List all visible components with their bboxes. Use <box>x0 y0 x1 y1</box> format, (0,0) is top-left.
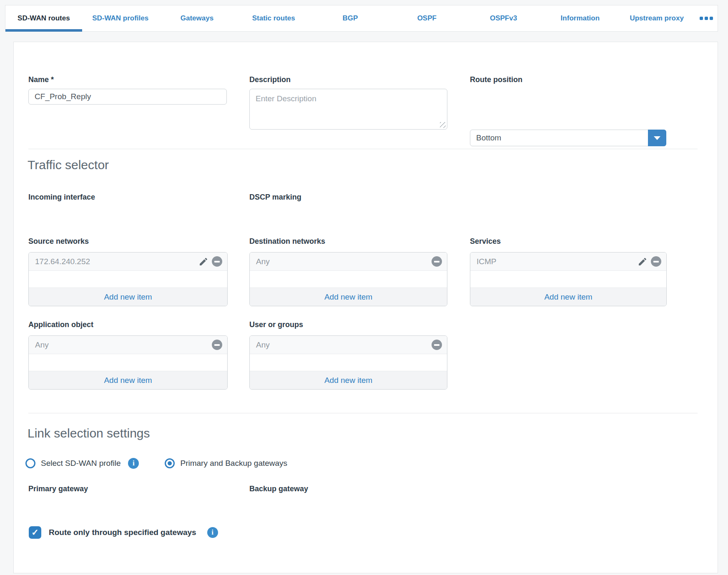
tab-information[interactable]: Information <box>542 5 618 31</box>
remove-item-icon[interactable] <box>212 256 222 267</box>
services-add-button[interactable]: Add new item <box>470 288 666 306</box>
link-selection-radio-group: Select SD-WAN profile Primary and Backup… <box>25 458 287 469</box>
tab-bar: SD-WAN routes SD-WAN profiles Gateways S… <box>5 5 718 32</box>
application-object-panel: Any Add new item <box>28 335 228 390</box>
radio-label: Primary and Backup gateways <box>180 459 287 468</box>
tab-label: Upstream proxy <box>630 14 683 22</box>
route-position-select[interactable]: Bottom <box>470 130 666 146</box>
chevron-down-icon <box>654 136 660 140</box>
route-position-label: Route position <box>470 75 522 84</box>
list-item-text: ICMP <box>477 257 638 266</box>
section-divider <box>28 413 698 413</box>
services-label: Services <box>470 237 501 246</box>
tab-label: BGP <box>343 14 358 22</box>
tab-label: SD-WAN profiles <box>92 14 148 22</box>
user-or-groups-add-button[interactable]: Add new item <box>250 371 447 389</box>
route-position-value: Bottom <box>470 133 666 142</box>
tab-label: Gateways <box>181 14 213 22</box>
services-panel: ICMP Add new item <box>470 252 667 306</box>
tab-label: OSPFv3 <box>490 14 517 22</box>
info-icon[interactable] <box>128 458 139 469</box>
user-or-groups-panel: Any Add new item <box>249 335 447 390</box>
description-label: Description <box>249 75 291 84</box>
destination-networks-label: Destination networks <box>249 237 325 246</box>
route-only-checkbox-label: Route only through specified gateways <box>49 528 196 537</box>
backup-gateway-label: Backup gateway <box>249 485 308 493</box>
panel-empty-area <box>29 354 227 371</box>
tab-ospfv3[interactable]: OSPFv3 <box>465 5 542 31</box>
sdwan-route-form-card: Name * Description Route position Bottom… <box>13 42 718 573</box>
remove-item-icon[interactable] <box>432 340 442 350</box>
tab-static-routes[interactable]: Static routes <box>235 5 312 31</box>
textarea-resize-grip-icon[interactable] <box>440 122 446 128</box>
edit-pencil-icon[interactable] <box>198 257 208 267</box>
tab-upstream-proxy[interactable]: Upstream proxy <box>618 5 695 31</box>
dscp-marking-label: DSCP marking <box>249 193 301 202</box>
list-item-text: Any <box>35 340 212 350</box>
tab-label: Information <box>561 14 600 22</box>
remove-item-icon[interactable] <box>651 256 661 267</box>
traffic-selector-heading: Traffic selector <box>28 158 109 172</box>
user-or-groups-label: User or groups <box>249 320 303 329</box>
list-item-text: 172.64.240.252 <box>35 257 198 266</box>
remove-item-icon[interactable] <box>212 340 222 350</box>
description-textarea[interactable] <box>250 89 447 129</box>
tab-gateways[interactable]: Gateways <box>159 5 236 31</box>
tab-label: Static routes <box>252 14 295 22</box>
application-object-add-button[interactable]: Add new item <box>29 371 227 389</box>
tab-label: OSPF <box>417 14 437 22</box>
source-networks-panel: 172.64.240.252 Add new item <box>28 252 228 306</box>
list-item-text: Any <box>256 257 432 266</box>
tab-ospf[interactable]: OSPF <box>389 5 465 31</box>
radio-label: Select SD-WAN profile <box>41 459 120 468</box>
list-item: Any <box>250 336 447 354</box>
panel-empty-area <box>250 354 447 371</box>
tab-bgp[interactable]: BGP <box>312 5 389 31</box>
list-item: 172.64.240.252 <box>29 252 227 271</box>
more-tabs-ellipsis-icon[interactable] <box>695 5 718 31</box>
info-icon[interactable] <box>207 527 218 538</box>
panel-empty-area <box>29 271 227 288</box>
tab-sdwan-profiles[interactable]: SD-WAN profiles <box>82 5 159 31</box>
radio-primary-backup-gateways[interactable] <box>165 458 175 468</box>
source-networks-add-button[interactable]: Add new item <box>29 288 227 306</box>
description-textarea-container <box>249 89 447 130</box>
active-tab-underline <box>5 29 82 32</box>
route-only-checkbox[interactable] <box>29 526 41 539</box>
list-item: ICMP <box>470 252 666 271</box>
application-object-label: Application object <box>28 320 93 329</box>
radio-select-sdwan-profile[interactable] <box>25 458 35 468</box>
panel-empty-area <box>470 271 666 288</box>
name-label: Name * <box>28 75 54 84</box>
list-item: Any <box>250 252 447 271</box>
incoming-interface-label: Incoming interface <box>28 193 95 202</box>
route-position-dropdown-button[interactable] <box>648 130 666 146</box>
edit-pencil-icon[interactable] <box>638 257 648 267</box>
route-only-row: Route only through specified gateways <box>29 526 218 539</box>
destination-networks-add-button[interactable]: Add new item <box>250 288 447 306</box>
panel-empty-area <box>250 271 447 288</box>
tab-label: SD-WAN routes <box>18 14 70 22</box>
tab-sdwan-routes[interactable]: SD-WAN routes <box>5 5 82 31</box>
destination-networks-panel: Any Add new item <box>249 252 447 306</box>
link-selection-heading: Link selection settings <box>28 426 150 440</box>
remove-item-icon[interactable] <box>432 256 442 267</box>
primary-gateway-label: Primary gateway <box>28 485 88 493</box>
section-divider <box>28 149 698 149</box>
source-networks-label: Source networks <box>28 237 89 246</box>
list-item: Any <box>29 336 227 354</box>
name-input[interactable] <box>28 89 227 105</box>
list-item-text: Any <box>256 340 432 350</box>
